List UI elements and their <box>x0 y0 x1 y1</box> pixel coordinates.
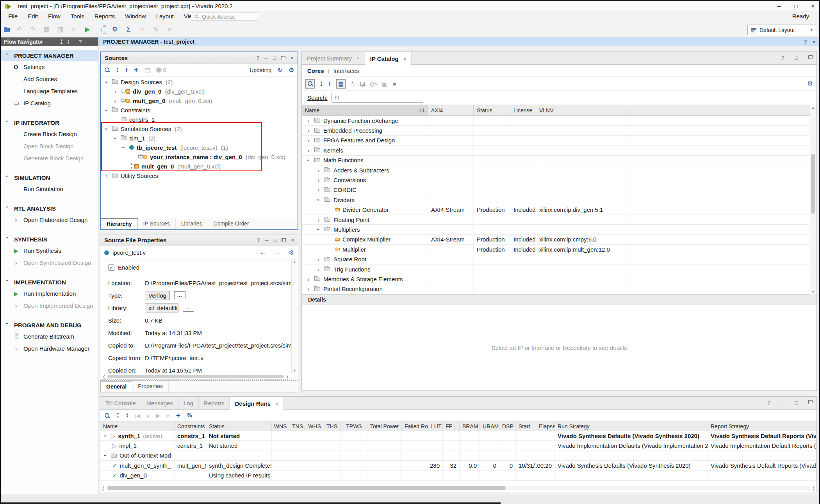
column-header-lut[interactable]: LUT <box>428 422 443 431</box>
license-key-icon[interactable] <box>370 81 376 87</box>
sources-panel-header[interactable]: Sources ? ─ □ × <box>101 52 298 64</box>
float-panel-icon[interactable] <box>808 400 813 404</box>
flow-item-generate-bitstream[interactable]: ↓Generate Bitstream <box>0 330 98 343</box>
column-header-elapsed[interactable]: Elapsed <box>536 422 555 431</box>
chevron-down-icon[interactable]: › <box>316 197 322 202</box>
paste-icon[interactable]: ▥ <box>56 25 64 34</box>
subtab-interfaces[interactable]: Interfaces <box>333 67 359 74</box>
menu-tools[interactable]: Tools <box>66 11 89 22</box>
menu-flow[interactable]: Flow <box>43 11 66 22</box>
column-header-wns[interactable]: WNS <box>272 422 289 431</box>
column-header-status[interactable]: Status <box>206 422 272 431</box>
settings-gear-icon[interactable]: ⚙ <box>111 25 119 34</box>
chevron-down-icon[interactable]: › <box>121 145 127 150</box>
ip-catalog-row[interactable]: ›Embedded Processing <box>302 126 809 135</box>
column-header-dsp[interactable]: DSP <box>499 422 516 431</box>
tree-row[interactable]: ›constrs_1 <box>102 115 297 124</box>
enabled-checkbox[interactable]: ✓ <box>108 264 114 271</box>
ip-catalog-row[interactable]: ›Trig Functions <box>302 264 809 274</box>
ip-catalog-row[interactable]: ›CORDIC <box>302 185 809 195</box>
flow-item-run-simulation[interactable]: Run Simulation <box>0 183 98 195</box>
ellipsis-button[interactable]: ... <box>174 291 185 299</box>
ip-search-input[interactable] <box>332 93 423 103</box>
column-header-run-strategy[interactable]: Run Strategy <box>555 422 708 431</box>
menu-file[interactable]: File <box>3 11 23 22</box>
close-icon[interactable]: × <box>812 39 815 45</box>
help-icon[interactable]: ? <box>781 55 784 61</box>
menu-window[interactable]: Window <box>120 11 151 22</box>
ip-catalog-row[interactable]: ›Kernels <box>302 146 809 155</box>
tree-row[interactable]: ›sim_1(2) <box>102 133 297 143</box>
ip-catalog-row[interactable]: ›Dividers <box>302 195 809 205</box>
maximize-panel-icon[interactable]: □ <box>274 237 277 243</box>
tree-row[interactable]: ›Design Sources(2) <box>102 77 297 87</box>
vertical-scrollbar[interactable]: ▲▼ <box>810 105 816 295</box>
help-doc-icon[interactable]: ▤ <box>144 67 150 73</box>
flow-section-header[interactable]: ›IMPLEMENTATION <box>0 277 98 287</box>
tree-row[interactable]: ›mult_gen_0(mult_gen_0.xci) <box>102 161 297 171</box>
column-header-uram[interactable]: URAM <box>480 422 499 431</box>
search-icon[interactable] <box>104 67 110 73</box>
back-arrow-icon[interactable]: ← <box>260 249 266 256</box>
ip-catalog-row[interactable]: ›Floating Point <box>302 215 809 225</box>
delete-icon[interactable]: × <box>70 25 78 34</box>
column-header-vlnv[interactable]: VLNV <box>536 105 631 115</box>
gear-icon[interactable]: ⚙ <box>289 67 294 73</box>
chevron-down-icon[interactable]: › <box>102 453 109 458</box>
float-panel-icon[interactable] <box>281 56 285 60</box>
edit-pencil-icon[interactable]: ✎ <box>152 25 160 34</box>
menu-edit[interactable]: Edit <box>23 11 43 22</box>
next-runs-icon[interactable]: » <box>166 413 169 419</box>
tab-general[interactable]: General <box>100 381 132 392</box>
sfp-panel-header[interactable]: Source File Properties ? ─ □ × <box>100 234 298 246</box>
undo-icon[interactable]: ↶ <box>15 25 23 34</box>
chevron-right-icon[interactable]: › <box>306 147 311 154</box>
column-header-name[interactable]: Name <box>100 422 175 431</box>
flow-item-run-implementation[interactable]: ▶Run Implementation <box>0 287 98 300</box>
chevron-right-icon[interactable]: › <box>112 88 118 95</box>
console-tab-tcl-console[interactable]: Tcl Console <box>100 397 141 409</box>
board-icon[interactable]: ■ <box>393 81 396 87</box>
redo-icon[interactable]: ↷ <box>29 25 37 34</box>
column-header-report-strategy[interactable]: Report Strategy <box>708 422 816 431</box>
console-tab-reports[interactable]: Reports <box>199 397 230 409</box>
chevron-down-icon[interactable]: › <box>103 79 110 85</box>
expand-all-icon[interactable]: ▲▼ <box>328 82 331 86</box>
wrench-icon[interactable] <box>359 81 365 87</box>
close-panel-icon[interactable]: × <box>291 237 294 243</box>
close-panel-icon[interactable]: × <box>291 55 294 61</box>
expand-all-icon[interactable]: ▲▼ <box>126 413 129 418</box>
cancel-icon[interactable]: × <box>138 25 146 34</box>
ip-catalog-row[interactable]: ›FPGA Features and Design <box>302 136 809 146</box>
chevron-down-icon[interactable]: › <box>112 135 119 141</box>
expand-all-icon[interactable]: ▲▼ <box>67 39 70 44</box>
play-run-icon[interactable]: ▶ <box>156 413 160 418</box>
chevron-right-icon[interactable]: › <box>306 117 311 124</box>
flow-item-add-sources[interactable]: Add Sources <box>0 73 98 85</box>
help-icon[interactable]: ? <box>767 400 770 406</box>
column-header-bram[interactable]: BRAM <box>460 422 480 431</box>
column-header-total-power[interactable]: Total Power <box>367 422 402 431</box>
flow-item-open-hardware-manager[interactable]: ›Open Hardware Manager <box>0 343 98 355</box>
create-run-icon[interactable]: + <box>176 411 180 420</box>
close-tab-icon[interactable]: × <box>357 55 360 61</box>
close-tab-icon[interactable]: × <box>403 56 406 62</box>
ip-catalog-row[interactable]: ›Conversions <box>302 175 809 185</box>
gear-icon[interactable]: ⚙ <box>289 250 294 256</box>
menu-layout[interactable]: Layout <box>151 11 179 22</box>
chevron-right-icon[interactable]: › <box>316 177 321 183</box>
design-run-row[interactable]: ▷impl_1constrs_1Not startedVivado Implem… <box>100 441 816 451</box>
maximize-panel-icon[interactable]: □ <box>795 55 798 61</box>
minimize-panel-icon[interactable]: ─ <box>91 39 94 44</box>
report-sigma-icon[interactable]: Σ <box>124 25 133 34</box>
gear-icon[interactable]: ⚙ <box>807 80 813 87</box>
flow-item-ip-catalog[interactable]: IP Catalog <box>0 97 98 109</box>
scrollbar-thumb[interactable] <box>811 154 815 214</box>
editor-tab-ip-catalog[interactable]: IP Catalog× <box>365 52 412 65</box>
column-header-ff[interactable]: FF <box>443 422 460 431</box>
help-icon[interactable]: ? <box>257 237 260 243</box>
tree-row[interactable]: ›mult_gen_0(mult_gen_0.xci) <box>102 96 297 105</box>
chevron-right-icon[interactable]: › <box>316 186 321 193</box>
tab-hierarchy[interactable]: Hierarchy <box>101 218 138 229</box>
tree-row[interactable]: ›your_instance_name : div_gen_0(div_gen_… <box>102 152 297 161</box>
